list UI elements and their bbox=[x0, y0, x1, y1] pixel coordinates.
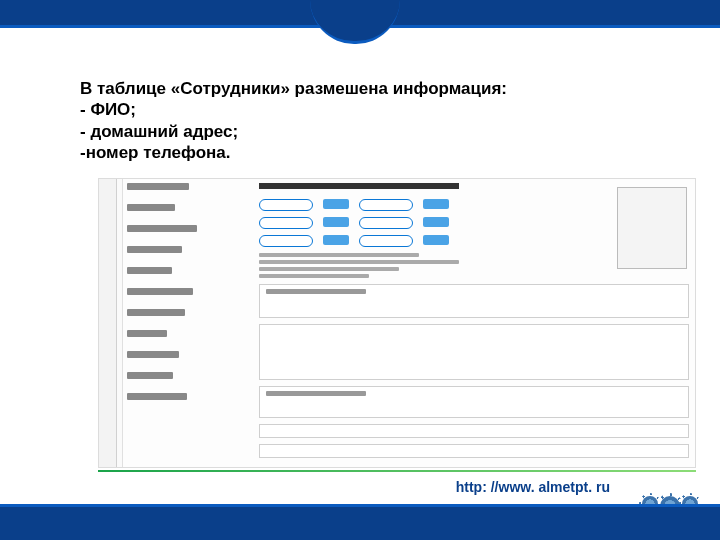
shot-field-row bbox=[259, 199, 689, 211]
sidebar-label bbox=[127, 309, 185, 316]
shot-text-line bbox=[259, 267, 399, 271]
shot-main-area bbox=[259, 185, 689, 461]
footer-url: http: //www. almetpt. ru bbox=[456, 479, 610, 495]
sidebar-label bbox=[127, 288, 193, 295]
shot-field-pill bbox=[359, 217, 413, 229]
slide-bottom-bar bbox=[0, 504, 720, 540]
sidebar-label bbox=[127, 246, 182, 253]
shot-sidebar bbox=[127, 183, 247, 463]
description-text: В таблице «Сотрудники» размешена информа… bbox=[80, 78, 670, 163]
shot-text-line bbox=[259, 253, 419, 257]
shot-panel bbox=[259, 444, 689, 458]
shot-field-button bbox=[323, 235, 349, 245]
shot-field-pill bbox=[259, 217, 313, 229]
sidebar-label bbox=[127, 267, 172, 274]
sidebar-label bbox=[127, 330, 167, 337]
divider-green bbox=[98, 470, 696, 472]
shot-field-row bbox=[259, 235, 689, 247]
shot-field-button bbox=[423, 199, 449, 209]
sidebar-label bbox=[127, 183, 189, 190]
sidebar-label bbox=[127, 225, 197, 232]
sidebar-label bbox=[127, 204, 175, 211]
text-line-4: -номер телефона. bbox=[80, 142, 670, 163]
sidebar-label bbox=[127, 372, 173, 379]
slide-text-block: В таблице «Сотрудники» размешена информа… bbox=[80, 78, 670, 163]
sidebar-label bbox=[127, 393, 187, 400]
sidebar-label bbox=[127, 351, 179, 358]
slide-top-notch bbox=[310, 0, 400, 44]
shot-panel bbox=[259, 386, 689, 418]
shot-ruler-left-2 bbox=[117, 179, 123, 467]
text-line-3: - домашний адрес; bbox=[80, 121, 670, 142]
shot-panel bbox=[259, 424, 689, 438]
shot-field-pill bbox=[359, 235, 413, 247]
shot-field-button bbox=[423, 217, 449, 227]
shot-text-line bbox=[259, 260, 459, 264]
text-line-2: - ФИО; bbox=[80, 99, 670, 120]
shot-field-pill bbox=[359, 199, 413, 211]
embedded-screenshot bbox=[98, 178, 696, 468]
shot-field-pill bbox=[259, 235, 313, 247]
shot-field-pill bbox=[259, 199, 313, 211]
shot-field-button bbox=[323, 217, 349, 227]
text-line-1: В таблице «Сотрудники» размешена информа… bbox=[80, 78, 670, 99]
shot-field-button bbox=[423, 235, 449, 245]
shot-field-row bbox=[259, 217, 689, 229]
shot-ruler-left bbox=[99, 179, 117, 467]
shot-text-line bbox=[259, 274, 369, 278]
shot-field-button bbox=[323, 199, 349, 209]
shot-panel bbox=[259, 284, 689, 318]
shot-panel bbox=[259, 324, 689, 380]
